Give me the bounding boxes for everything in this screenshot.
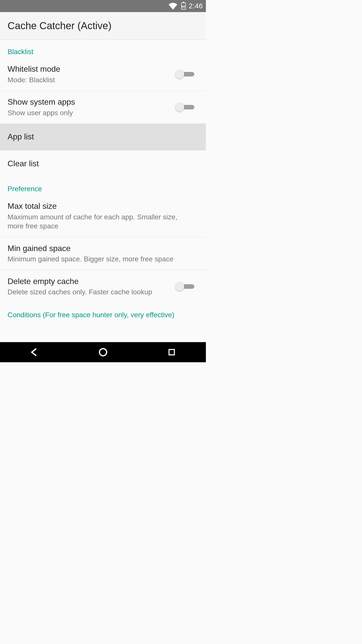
setting-min-gained-space[interactable]: Min gained space Minimum gained space. B… bbox=[0, 237, 206, 270]
setting-whitelist-mode[interactable]: Whitelist mode Mode: Blacklist bbox=[0, 58, 206, 91]
battery-level: 88 bbox=[182, 5, 185, 8]
setting-title: Max total size bbox=[8, 201, 192, 212]
setting-show-system-apps[interactable]: Show system apps Show user apps only bbox=[0, 91, 206, 124]
switch-whitelist-mode[interactable] bbox=[175, 69, 194, 79]
setting-title: Clear list bbox=[8, 158, 192, 169]
nav-home-button[interactable] bbox=[96, 345, 111, 360]
settings-list: Blacklist Whitelist mode Mode: Blacklist… bbox=[0, 40, 206, 324]
setting-subtitle: Maximum amount of cache for each app. Sm… bbox=[8, 213, 192, 231]
nav-back-button[interactable] bbox=[27, 345, 42, 360]
wifi-icon bbox=[169, 2, 177, 10]
setting-title: Min gained space bbox=[8, 243, 192, 254]
section-header-conditions: Conditions (For free space hunter only, … bbox=[0, 303, 206, 324]
setting-title: Whitelist mode bbox=[8, 64, 169, 74]
section-header-preference: Preference bbox=[0, 177, 206, 195]
switch-show-system-apps[interactable] bbox=[175, 102, 194, 112]
setting-title: App list bbox=[8, 132, 192, 142]
setting-subtitle: Mode: Blacklist bbox=[8, 75, 169, 85]
app-title: Cache Catcher (Active) bbox=[8, 20, 111, 31]
setting-title: Show system apps bbox=[8, 97, 169, 107]
svg-point-0 bbox=[99, 349, 107, 356]
status-clock: 2:46 bbox=[189, 2, 203, 10]
setting-subtitle: Show user apps only bbox=[8, 108, 169, 117]
setting-subtitle: Minimum gained space. Bigger size, more … bbox=[8, 255, 192, 264]
switch-delete-empty-cache[interactable] bbox=[175, 281, 194, 292]
svg-rect-1 bbox=[169, 349, 174, 355]
navigation-bar bbox=[0, 342, 206, 362]
setting-max-total-size[interactable]: Max total size Maximum amount of cache f… bbox=[0, 195, 206, 237]
setting-clear-list[interactable]: Clear list bbox=[0, 150, 206, 177]
setting-title: Delete empty cache bbox=[8, 276, 169, 287]
setting-subtitle: Delete sized caches only. Faster cache l… bbox=[8, 288, 169, 297]
status-bar: 88 2:46 bbox=[0, 0, 206, 12]
app-bar: Cache Catcher (Active) bbox=[0, 12, 206, 40]
setting-delete-empty-cache[interactable]: Delete empty cache Delete sized caches o… bbox=[0, 270, 206, 303]
setting-app-list[interactable]: App list bbox=[0, 124, 206, 150]
nav-recent-button[interactable] bbox=[164, 345, 179, 360]
section-header-blacklist: Blacklist bbox=[0, 40, 206, 58]
battery-icon: 88 bbox=[179, 3, 186, 10]
